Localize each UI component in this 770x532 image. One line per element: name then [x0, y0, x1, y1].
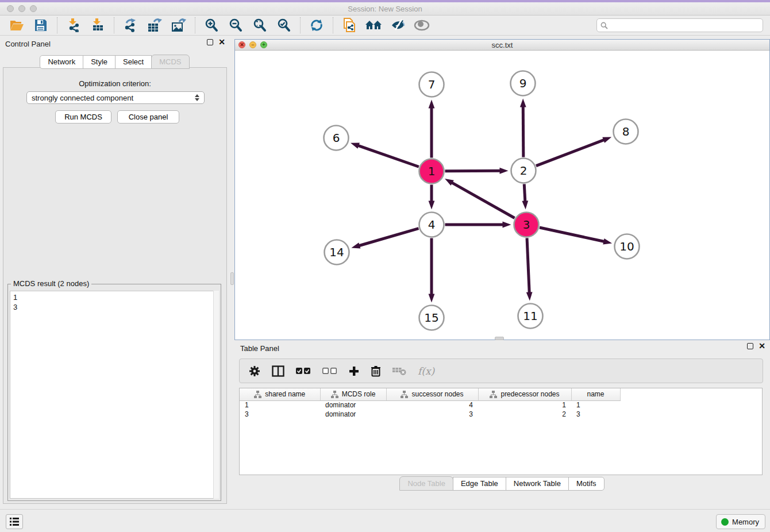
zoom-out-icon[interactable] [227, 17, 244, 33]
open-session-icon[interactable] [8, 17, 25, 33]
save-session-icon[interactable] [32, 17, 49, 33]
float-panel-icon[interactable] [207, 39, 213, 45]
table-cell[interactable]: 1 [571, 400, 620, 410]
hide-selected-icon[interactable] [389, 17, 406, 33]
show-hidden-icon[interactable] [413, 17, 430, 33]
table-cell[interactable]: 3 [240, 410, 320, 419]
tab-select[interactable]: Select [115, 55, 152, 69]
tab-network[interactable]: Network [40, 55, 83, 69]
tab-mcds[interactable]: MCDS [151, 55, 189, 69]
graph-edge-1-2[interactable] [445, 171, 502, 171]
graph-node-3[interactable]: 3 [514, 213, 539, 237]
export-table-icon[interactable] [146, 17, 163, 33]
tab-style[interactable]: Style [83, 55, 116, 69]
zoom-selected-icon[interactable] [275, 17, 292, 33]
column-header-shared-name[interactable]: shared name [240, 388, 320, 400]
function-builder-icon[interactable]: f(x) [418, 364, 434, 379]
close-panel-button[interactable]: Close panel [117, 110, 179, 124]
export-network-icon[interactable] [122, 17, 139, 33]
table-cell[interactable]: 3 [386, 410, 478, 419]
column-header-name[interactable]: name [571, 388, 620, 400]
split-panel-icon[interactable] [272, 364, 284, 379]
graph-node-7[interactable]: 7 [419, 72, 444, 97]
toolbar-separator [114, 17, 114, 33]
graph-node-label: 2 [520, 164, 528, 178]
app-titlebar[interactable]: Session: New Session [0, 2, 770, 16]
graph-edge-3-10[interactable] [540, 228, 606, 242]
graph-node-6[interactable]: 6 [324, 126, 349, 151]
result-scrollbar[interactable] [213, 291, 219, 499]
delete-table-icon[interactable] [392, 364, 406, 379]
add-column-icon[interactable] [349, 364, 359, 379]
delete-column-icon[interactable] [371, 364, 381, 379]
import-network-icon[interactable] [65, 17, 82, 33]
splitter-handle[interactable] [230, 272, 234, 285]
export-image-icon[interactable] [170, 17, 187, 33]
search-field[interactable] [596, 18, 763, 32]
network-window-titlebar[interactable]: ✕ − + scc.txt [235, 40, 769, 51]
graph-edge-3-11[interactable] [527, 238, 529, 294]
graph-edge-4-14[interactable] [357, 229, 418, 246]
first-neighbors-icon[interactable] [365, 17, 382, 33]
graph-node-8[interactable]: 8 [614, 119, 638, 144]
panel-splitter[interactable] [230, 36, 234, 509]
graph-node-14[interactable]: 14 [325, 240, 349, 265]
network-view-title: scc.txt [235, 41, 769, 49]
graph-node-1[interactable]: 1 [419, 159, 444, 184]
close-table-panel-icon[interactable]: ✕ [759, 343, 765, 349]
node-table[interactable]: shared nameMCDS rolesuccessor nodesprede… [239, 388, 763, 475]
mcds-result-text[interactable]: 1 3 [10, 291, 219, 499]
table-cell[interactable]: 2 [478, 410, 571, 419]
import-table-icon[interactable] [89, 17, 106, 33]
graph-node-15[interactable]: 15 [419, 306, 444, 330]
table-tab-edge-table[interactable]: Edge Table [453, 477, 506, 491]
table-cell[interactable]: dominator [320, 410, 386, 419]
column-header-MCDS-role[interactable]: MCDS role [320, 388, 386, 400]
search-input[interactable] [611, 21, 759, 29]
refresh-icon[interactable] [308, 17, 325, 33]
table-panel-header: Table Panel ✕ [234, 340, 770, 355]
network-canvas[interactable]: 7968124314101511 [235, 51, 769, 340]
graph-node-2[interactable]: 2 [511, 159, 536, 183]
graph-edge-1-6[interactable] [356, 145, 418, 167]
table-tabs: Node TableEdge TableNetwork TableMotifs [234, 476, 770, 491]
table-cell[interactable]: dominator [320, 400, 386, 410]
table-cell[interactable]: 3 [571, 410, 620, 419]
table-cell[interactable]: 1 [478, 400, 571, 410]
network-view-window[interactable]: ✕ − + scc.txt 7968124314101511 [234, 39, 770, 340]
graph-edge-2-3[interactable] [524, 184, 525, 203]
mcds-tab-content: Optimization criterion: strongly connect… [3, 67, 227, 504]
column-header-predecessor-nodes[interactable]: predecessor nodes [478, 388, 571, 400]
table-tab-network-table[interactable]: Network Table [506, 477, 569, 491]
graph-node-9[interactable]: 9 [511, 71, 536, 96]
float-table-panel-icon[interactable] [747, 343, 753, 349]
graph-node-4[interactable]: 4 [419, 213, 444, 237]
graph-edge-2-9[interactable] [523, 105, 523, 157]
close-panel-icon[interactable]: ✕ [218, 39, 225, 45]
table-row[interactable]: 1dominator411 [240, 400, 620, 410]
column-header-successor-nodes[interactable]: successor nodes [386, 388, 478, 400]
column-type-icon [254, 391, 261, 398]
graph-node-10[interactable]: 10 [615, 234, 640, 259]
run-mcds-button[interactable]: Run MCDS [55, 110, 111, 124]
optimization-criterion-select[interactable]: strongly connected component [26, 91, 205, 104]
table-settings-icon[interactable] [249, 364, 260, 379]
clone-network-icon[interactable] [341, 17, 358, 33]
dropdown-stepper-icon [195, 94, 199, 101]
task-history-button[interactable] [6, 514, 23, 529]
table-tab-motifs[interactable]: Motifs [568, 477, 605, 491]
select-all-columns-icon[interactable] [296, 364, 311, 379]
table-cell[interactable]: 4 [386, 400, 478, 410]
table-row[interactable]: 3dominator323 [240, 410, 620, 419]
unselect-all-columns-icon[interactable] [322, 364, 337, 379]
graph-node-label: 15 [424, 311, 438, 325]
zoom-fit-icon[interactable] [251, 17, 268, 33]
table-tab-node-table[interactable]: Node Table [399, 476, 453, 491]
zoom-in-icon[interactable] [203, 17, 220, 33]
graph-edge-2-8[interactable] [536, 139, 606, 165]
graph-edge-3-1[interactable] [451, 182, 515, 218]
graph-edge-arrowhead [602, 137, 611, 142]
table-cell[interactable]: 1 [240, 400, 320, 410]
graph-node-11[interactable]: 11 [518, 304, 543, 329]
memory-button[interactable]: Memory [716, 514, 765, 529]
